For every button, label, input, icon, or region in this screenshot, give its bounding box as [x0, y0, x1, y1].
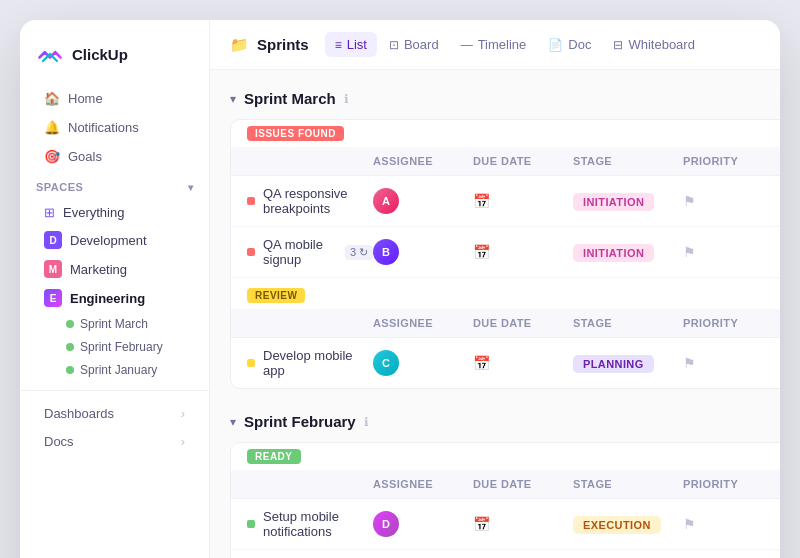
- main-header: 📁 Sprints ≡ List ⊡ Board — Timeline 📄: [210, 20, 780, 70]
- sprint-march-chevron: ▾: [230, 92, 236, 106]
- issues-found-badge: ISSUES FOUND: [247, 126, 344, 141]
- sprint-january-dot: [66, 366, 74, 374]
- sidebar-item-sprint-january[interactable]: Sprint January: [28, 359, 201, 381]
- spaces-list: ⊞ Everything D Development M Marketing E…: [20, 199, 209, 382]
- flag-icon: ⚑: [683, 193, 696, 209]
- stage-badge: PLANNING: [573, 355, 654, 373]
- sprint-march-info-icon: ℹ: [344, 92, 349, 106]
- priority-col-header: PRIORITY: [683, 155, 773, 167]
- sidebar-item-everything-label: Everything: [63, 205, 124, 220]
- task-name-qa-breakpoints: QA responsive breakpoints: [247, 186, 373, 216]
- assignee-avatar: C: [373, 350, 399, 376]
- task-label: QA mobile signup: [263, 237, 331, 267]
- table-row[interactable]: Set up payment processing 5 📎 E 📅: [231, 550, 780, 558]
- task-name-develop-mobile: Develop mobile app: [247, 348, 373, 378]
- sprint-february-chevron: ▾: [230, 415, 236, 429]
- flag-icon: ⚑: [683, 244, 696, 260]
- sidebar-item-dashboards[interactable]: Dashboards ›: [28, 400, 201, 427]
- refresh-icon: ↻: [359, 246, 368, 259]
- sprint-february-dot: [66, 343, 74, 351]
- tab-whiteboard[interactable]: ⊟ Whiteboard: [603, 32, 704, 57]
- table-row[interactable]: QA mobile signup 3 ↻ B 📅: [231, 227, 780, 278]
- dashboards-arrow-icon: ›: [181, 406, 185, 421]
- sprint-february-info-icon: ℹ: [364, 415, 369, 429]
- sprints-folder-icon: 📁: [230, 36, 249, 54]
- task-due-date: 📅: [473, 355, 573, 371]
- task-assignee: B: [373, 239, 473, 265]
- sidebar-item-sprint-february[interactable]: Sprint February: [28, 336, 201, 358]
- tab-doc[interactable]: 📄 Doc: [538, 32, 601, 57]
- task-dot: [247, 197, 255, 205]
- priority-col-header2: PRIORITY: [683, 317, 773, 329]
- sidebar-item-everything[interactable]: ⊞ Everything: [28, 200, 201, 225]
- task-due-date: 📅: [473, 244, 573, 260]
- task-label: QA responsive breakpoints: [263, 186, 373, 216]
- due-date-col-header3: DUE DATE: [473, 478, 573, 490]
- sidebar-item-engineering-label: Engineering: [70, 291, 145, 306]
- task-count-badge: 3 ↻: [345, 245, 373, 260]
- table-row[interactable]: Setup mobile notifications D 📅 EXECUTION: [231, 499, 780, 550]
- logo: ClickUp: [20, 36, 209, 84]
- sidebar-item-home[interactable]: 🏠 Home: [28, 85, 201, 112]
- goals-icon: 🎯: [44, 149, 60, 164]
- task-due-date: 📅: [473, 516, 573, 532]
- tab-timeline[interactable]: — Timeline: [451, 32, 537, 57]
- ready-badge: READY: [247, 449, 301, 464]
- sprint-march-table: ISSUES FOUND ASSIGNEE DUE DATE STAGE PRI…: [230, 119, 780, 389]
- tab-list[interactable]: ≡ List: [325, 32, 377, 57]
- task-priority: ⚑: [683, 193, 773, 209]
- table-row[interactable]: QA responsive breakpoints A 📅 INITIATION: [231, 176, 780, 227]
- ready-group-header: READY: [231, 443, 780, 470]
- sidebar-sprint-february-label: Sprint February: [80, 340, 163, 354]
- spaces-collapse-icon[interactable]: ▾: [188, 182, 194, 193]
- sidebar-item-engineering[interactable]: E Engineering: [28, 284, 201, 312]
- stage-col-header: STAGE: [573, 155, 683, 167]
- timeline-icon: —: [461, 38, 473, 52]
- list-icon: ≡: [335, 38, 342, 52]
- task-label: Develop mobile app: [263, 348, 373, 378]
- task-stage: PLANNING: [573, 356, 683, 371]
- stage-badge: INITIATION: [573, 244, 654, 262]
- calendar-icon: 📅: [473, 355, 490, 371]
- tab-list-label: List: [347, 37, 367, 52]
- home-icon: 🏠: [44, 91, 60, 106]
- sidebar-item-notifications[interactable]: 🔔 Notifications: [28, 114, 201, 141]
- due-date-col-header2: DUE DATE: [473, 317, 573, 329]
- task-stage: INITIATION: [573, 245, 683, 260]
- sprint-march-table-header: ASSIGNEE DUE DATE STAGE PRIORITY: [231, 147, 780, 176]
- task-priority: ⚑: [683, 244, 773, 260]
- assignee-col-header: ASSIGNEE: [373, 155, 473, 167]
- sidebar-item-development[interactable]: D Development: [28, 226, 201, 254]
- sidebar-item-docs[interactable]: Docs ›: [28, 428, 201, 455]
- sidebar-section2: Dashboards › Docs ›: [20, 390, 209, 456]
- sprint-february-header[interactable]: ▾ Sprint February ℹ: [230, 413, 780, 430]
- sidebar-item-goals-label: Goals: [68, 149, 102, 164]
- task-assignee: D: [373, 511, 473, 537]
- sidebar-item-sprint-march[interactable]: Sprint March: [28, 313, 201, 335]
- task-due-date: 📅: [473, 193, 573, 209]
- dashboards-label: Dashboards: [44, 406, 114, 421]
- task-stage: EXECUTION: [573, 517, 683, 532]
- sprint-march-title: Sprint March: [244, 90, 336, 107]
- sidebar-item-marketing-label: Marketing: [70, 262, 127, 277]
- stage-col-header2: STAGE: [573, 317, 683, 329]
- sprint-march-header[interactable]: ▾ Sprint March ℹ: [230, 90, 780, 107]
- development-avatar: D: [44, 231, 62, 249]
- sidebar-sprint-march-label: Sprint March: [80, 317, 148, 331]
- task-priority: ⚑: [683, 516, 773, 532]
- clickup-logo-icon: [36, 40, 64, 68]
- review-badge: REVIEW: [247, 288, 305, 303]
- sidebar-sprint-january-label: Sprint January: [80, 363, 157, 377]
- calendar-icon: 📅: [473, 516, 490, 532]
- review-group-header: REVIEW: [231, 282, 780, 309]
- tab-board[interactable]: ⊡ Board: [379, 32, 449, 57]
- issues-found-group-header: ISSUES FOUND: [231, 120, 780, 147]
- task-name-setup-notifications: Setup mobile notifications: [247, 509, 373, 539]
- everything-icon: ⊞: [44, 205, 55, 220]
- sidebar-item-goals[interactable]: 🎯 Goals: [28, 143, 201, 170]
- sidebar-item-marketing[interactable]: M Marketing: [28, 255, 201, 283]
- assignee-avatar: A: [373, 188, 399, 214]
- table-row[interactable]: Develop mobile app C 📅 PLANNING ⚑: [231, 338, 780, 388]
- tab-whiteboard-label: Whiteboard: [628, 37, 694, 52]
- task-dot: [247, 248, 255, 256]
